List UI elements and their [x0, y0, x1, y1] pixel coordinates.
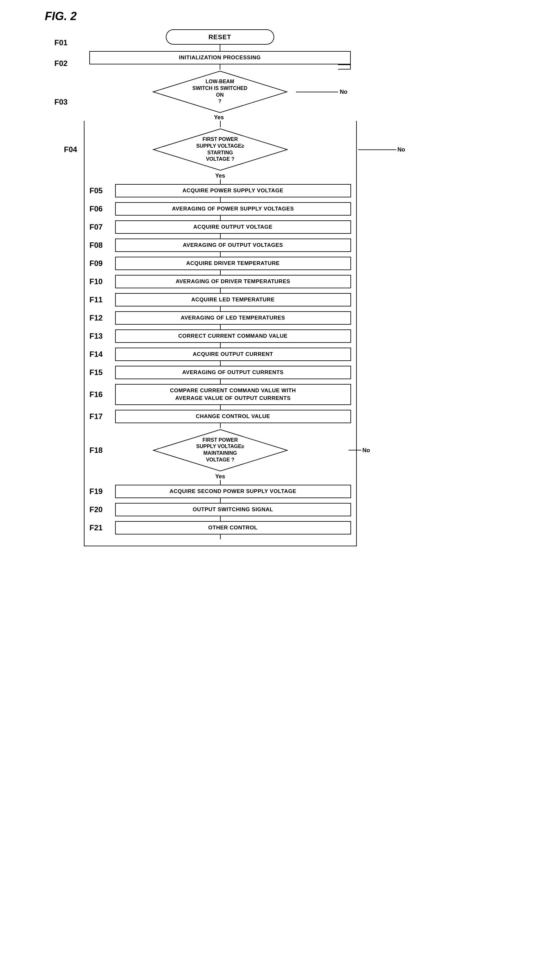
f16-box: COMPARE CURRENT COMMAND VALUE WITH AVERA…: [115, 384, 351, 405]
f01-box: RESET: [166, 29, 274, 45]
f18-no-label: No: [363, 447, 370, 453]
label-f06: F06: [90, 204, 115, 213]
label-f08: F08: [90, 241, 115, 250]
label-f05: F05: [90, 186, 115, 195]
f16-row: F16 COMPARE CURRENT COMMAND VALUE WITH A…: [90, 384, 351, 405]
f04-diamond-row: FIRST POWER SUPPLY VOLTAGE≥ STARTING VOL…: [90, 127, 351, 172]
f19-box: ACQUIRE SECOND POWER SUPPLY VOLTAGE: [115, 485, 351, 498]
f17-row: F17 CHANGE CONTROL VALUE: [90, 410, 351, 423]
conn-f06-f07: [220, 216, 221, 220]
f18-diamond: FIRST POWER SUPPLY VOLTAGE≥ MAINTAINING …: [150, 428, 291, 473]
label-f10: F10: [90, 277, 115, 286]
f04-no-branch: No: [358, 146, 405, 153]
conn-f12-f13: [220, 325, 221, 329]
f03-row: LOW-BEAM SWITCH IS SWITCHED ON ? No: [150, 70, 290, 114]
f11-box: ACQUIRE LED TEMPERATURE: [115, 293, 351, 307]
f12-row: F12 AVERAGING OF LED TEMPERATURES: [90, 311, 351, 325]
label-f15: F15: [90, 368, 115, 377]
f13-row: F13 CORRECT CURRENT COMMAND VALUE: [90, 329, 351, 343]
f14-box: ACQUIRE OUTPUT CURRENT: [115, 348, 351, 361]
f03-diamond: LOW-BEAM SWITCH IS SWITCHED ON ?: [150, 70, 290, 114]
label-f02: F02: [54, 59, 80, 68]
f09-box: ACQUIRE DRIVER TEMPERATURE: [115, 257, 351, 270]
label-f09: F09: [90, 259, 115, 268]
main-flow: RESET INITIALIZATION PROCESSING: [83, 29, 357, 546]
label-f13: F13: [90, 332, 115, 340]
f08-box: AVERAGING OF OUTPUT VOLTAGES: [115, 239, 351, 252]
conn-f10-f11: [220, 288, 221, 293]
f13-box: CORRECT CURRENT COMMAND VALUE: [115, 329, 351, 343]
f21-box: OTHER CONTROL: [115, 521, 351, 535]
label-f04: F04: [64, 145, 90, 154]
f04-diamond: FIRST POWER SUPPLY VOLTAGE≥ STARTING VOL…: [150, 127, 291, 172]
svg-marker-1: [153, 129, 287, 170]
f04-no-line: [358, 149, 396, 150]
conn-f09-f10: [220, 270, 221, 275]
f05-row: F05 ACQUIRE POWER SUPPLY VOLTAGE: [90, 184, 351, 197]
f19-row: F19 ACQUIRE SECOND POWER SUPPLY VOLTAGE: [90, 485, 351, 498]
f17-box: CHANGE CONTROL VALUE: [115, 410, 351, 423]
label-f14: F14: [90, 350, 115, 359]
conn-into-f04: [220, 121, 221, 127]
f03-yes-branch: Yes F04: [83, 114, 357, 546]
f04-row: F04 FIRST POWER SUPPLY VOLTAGE≥ STARTING: [90, 127, 351, 172]
f03-yes-label: Yes: [214, 114, 224, 121]
f04-yes-row: Yes: [215, 173, 225, 179]
label-f11: F11: [90, 295, 115, 304]
inner-bordered-section: F04 FIRST POWER SUPPLY VOLTAGE≥ STARTING: [84, 121, 357, 546]
label-f07: F07: [90, 223, 115, 232]
f08-row: F08 AVERAGING OF OUTPUT VOLTAGES: [90, 239, 351, 252]
f03-no-label: No: [340, 89, 348, 95]
conn-f13-f14: [220, 343, 221, 348]
svg-marker-2: [153, 430, 287, 471]
f07-row: F07 ACQUIRE OUTPUT VOLTAGE: [90, 220, 351, 234]
conn-f15-f16: [220, 379, 221, 384]
f18-yes-row: Yes: [215, 473, 225, 480]
label-f01: F01: [54, 38, 80, 47]
label-f03: F03: [54, 98, 80, 107]
back-arrow-line: [338, 64, 351, 70]
f03-no-branch: No: [296, 89, 348, 95]
f15-row: F15 AVERAGING OF OUTPUT CURRENTS: [90, 366, 351, 379]
f10-box: AVERAGING OF DRIVER TEMPERATURES: [115, 275, 351, 288]
f04-no-label: No: [398, 146, 405, 153]
page-container: FIG. 2 F01 F02 F03: [45, 10, 491, 546]
label-f12: F12: [90, 313, 115, 322]
f06-box: AVERAGING OF POWER SUPPLY VOLTAGES: [115, 202, 351, 216]
f07-box: ACQUIRE OUTPUT VOLTAGE: [115, 220, 351, 234]
f05-box: ACQUIRE POWER SUPPLY VOLTAGE: [115, 184, 351, 197]
connector-1: [220, 45, 220, 51]
conn-f04-f05: [220, 179, 221, 184]
f15-box: AVERAGING OF OUTPUT CURRENTS: [115, 366, 351, 379]
conn-f11-f12: [220, 307, 221, 311]
f11-row: F11 ACQUIRE LED TEMPERATURE: [90, 293, 351, 307]
f04-yes-label: Yes: [215, 173, 225, 179]
label-f16: F16: [90, 390, 115, 399]
label-f21: F21: [90, 523, 115, 532]
f20-row: F20 OUTPUT SWITCHING SIGNAL: [90, 503, 351, 516]
label-f18: F18: [90, 446, 115, 455]
f20-box: OUTPUT SWITCHING SIGNAL: [115, 503, 351, 516]
f18-no-branch: No: [348, 447, 370, 453]
conn-f14-f15: [220, 361, 221, 366]
conn-bottom: [220, 535, 221, 539]
f03-no-line: [297, 92, 338, 92]
connector-2a: [220, 64, 220, 70]
f09-row: F09 ACQUIRE DRIVER TEMPERATURE: [90, 257, 351, 270]
f21-row: F21 OTHER CONTROL: [90, 521, 351, 535]
svg-marker-0: [153, 71, 287, 113]
f18-yes-label: Yes: [215, 473, 225, 480]
conn-f17-f18: [220, 423, 221, 428]
f02-box: INITIALIZATION PROCESSING: [89, 51, 351, 64]
conn-f19-f20: [220, 498, 221, 503]
f18-no-line: [348, 450, 361, 450]
f18-row: F18 FIRST POWER SUPPLY VOLTAGE≥ MAINTAIN…: [90, 428, 351, 473]
label-f20: F20: [90, 505, 115, 514]
conn-f18-f19: [220, 480, 221, 485]
label-f17: F17: [90, 412, 115, 421]
f10-row: F10 AVERAGING OF DRIVER TEMPERATURES: [90, 275, 351, 288]
conn-f07-f08: [220, 234, 221, 239]
conn-f16-f17: [220, 405, 221, 410]
f14-row: F14 ACQUIRE OUTPUT CURRENT: [90, 348, 351, 361]
label-f19: F19: [90, 487, 115, 496]
